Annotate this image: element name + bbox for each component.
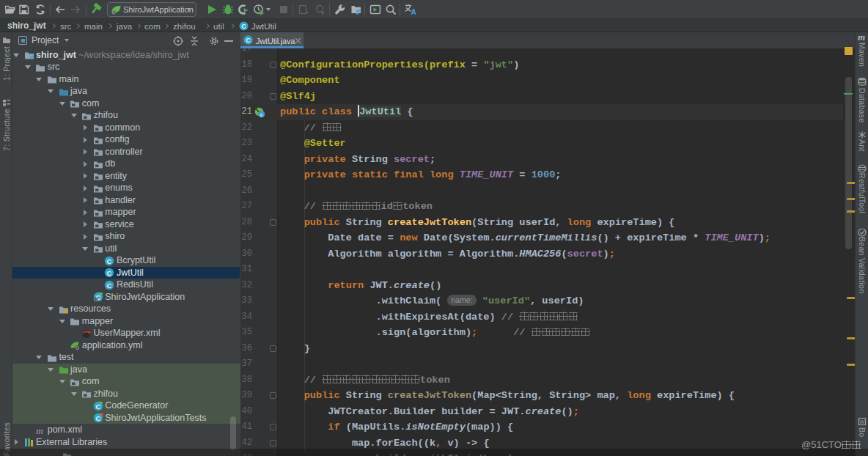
svg-text:c: c	[260, 111, 263, 118]
svg-text:m: m	[36, 425, 43, 435]
svg-text:C: C	[107, 281, 112, 289]
svg-text:A: A	[411, 8, 416, 16]
svg-text:C: C	[107, 269, 112, 277]
svg-text:C: C	[107, 257, 112, 265]
svg-text:W: W	[859, 419, 865, 425]
svg-text:C: C	[246, 37, 251, 44]
svg-text:C: C	[241, 23, 246, 30]
